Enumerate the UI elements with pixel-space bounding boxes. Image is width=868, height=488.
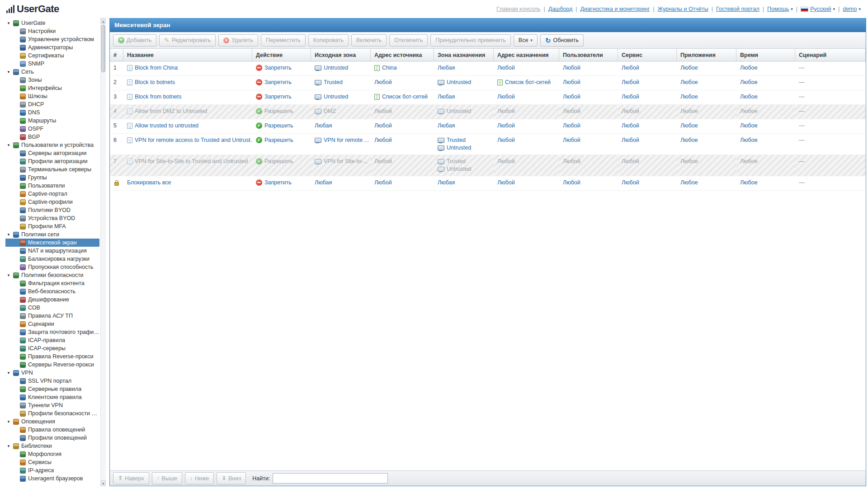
sidebar-item-captive-portal[interactable]: Captive-портал: [5, 190, 99, 198]
column-header-time[interactable]: Время: [736, 49, 795, 61]
dashboard-link[interactable]: Дашборд: [548, 6, 573, 12]
firewall-rule-row[interactable]: 1Block from ChinaЗапретитьUntrustedChina…: [110, 61, 866, 76]
firewall-rule-row[interactable]: 3Block from botnetsЗапретитьUntrustedСпи…: [110, 90, 866, 105]
sidebar-item-ssl-decryption[interactable]: Дешифрование: [5, 296, 99, 304]
copy-button[interactable]: Копировать: [308, 34, 349, 47]
sidebar-item-reverse-proxy-servers[interactable]: Серверы Reverse-прокси: [5, 361, 99, 369]
main-console-link[interactable]: Главная консоль: [496, 6, 540, 12]
caret-down-icon[interactable]: ▾: [859, 7, 861, 11]
refresh-button[interactable]: ↻Обновить: [540, 34, 584, 47]
scroll-up-arrow-icon[interactable]: ▲: [101, 18, 106, 24]
column-header-source-address[interactable]: Адрес источника: [371, 49, 434, 61]
sidebar-section-libraries[interactable]: ▾Библиотеки: [5, 442, 99, 450]
language-menu[interactable]: Русский: [810, 6, 831, 12]
column-header-applications[interactable]: Приложения: [677, 49, 736, 61]
sidebar-item-mfa-profiles[interactable]: Профили MFA: [5, 222, 99, 230]
firewall-rule-row[interactable]: 5Allow trusted to untrustedРазрешитьЛюба…: [110, 119, 866, 134]
sidebar-item-bgp[interactable]: BGP: [5, 133, 99, 141]
disable-button[interactable]: Отключить: [389, 34, 428, 47]
sidebar-item-byod-devices[interactable]: Устройства BYOD: [5, 214, 99, 222]
column-header-source-zone[interactable]: Исходная зона: [311, 49, 371, 61]
sidebar-item-reverse-proxy-rules[interactable]: Правила Reverse-прокси: [5, 352, 99, 361]
rule-name-link[interactable]: VPN for Site-to-Site to Trusted and Untr…: [135, 158, 248, 165]
sidebar-item-notification-rules[interactable]: Правила оповещений: [5, 426, 99, 434]
sidebar-item-administrators[interactable]: Администраторы: [5, 43, 99, 52]
sidebar-item-content-filtering[interactable]: Фильтрация контента: [5, 279, 99, 287]
sidebar-item-firewall[interactable]: Межсетевой экран: [5, 239, 99, 247]
sidebar-item-vpn-server-rules[interactable]: Серверные правила: [5, 385, 99, 393]
sidebar-item-groups[interactable]: Группы: [5, 174, 99, 182]
force-apply-button[interactable]: Принудительно применить: [430, 34, 511, 47]
sidebar-item-routes[interactable]: Маршруты: [5, 117, 99, 125]
move-down-button[interactable]: ↓Ниже: [185, 472, 214, 484]
sidebar-item-device-management[interactable]: Управление устройством: [5, 35, 99, 43]
sidebar-item-load-balancing[interactable]: Балансировка нагрузки: [5, 255, 99, 263]
logs-reports-link[interactable]: Журналы и Отчёты: [657, 6, 708, 12]
sidebar-item-web-security[interactable]: Веб-безопасность: [5, 287, 99, 296]
collapse-caret-icon[interactable]: ▾: [6, 21, 11, 25]
sidebar-section-usergate[interactable]: ▾UserGate: [5, 19, 99, 27]
sidebar-item-vpn-client-rules[interactable]: Клиентские правила: [5, 393, 99, 401]
diagnostics-monitoring-link[interactable]: Диагностика и мониторинг: [580, 6, 650, 12]
sidebar-item-nat-routing[interactable]: NAT и маршрутизация: [5, 247, 99, 255]
sidebar-item-auth-profiles[interactable]: Профили авторизации: [5, 157, 99, 165]
caret-down-icon[interactable]: ▾: [833, 7, 835, 11]
sidebar-item-vpn-security-profiles[interactable]: Профили безопасности VPN: [5, 409, 99, 418]
sidebar-item-ip-addresses[interactable]: IP-адреса: [5, 466, 99, 474]
sidebar-section-vpn[interactable]: ▾VPN: [5, 369, 99, 377]
column-header-number[interactable]: #: [110, 49, 123, 61]
firewall-rule-row[interactable]: 7VPN for Site-to-Site to Trusted and Unt…: [110, 155, 866, 176]
sidebar-item-byod-policies[interactable]: Политики BYOD: [5, 206, 99, 214]
sidebar-item-gateways[interactable]: Шлюзы: [5, 92, 99, 100]
sidebar-item-icap-rules[interactable]: ICAP-правила: [5, 336, 99, 344]
column-header-action[interactable]: Действие: [252, 49, 311, 61]
rule-name-link[interactable]: Block from botnets: [135, 93, 182, 100]
column-header-name[interactable]: Название: [123, 49, 252, 61]
sidebar-scrollbar[interactable]: ▲ ▼: [100, 18, 106, 486]
scrollbar-thumb[interactable]: [101, 25, 105, 72]
collapse-caret-icon[interactable]: ▾: [6, 232, 11, 237]
collapse-caret-icon[interactable]: ▾: [6, 444, 11, 448]
rule-name-link[interactable]: VPN for remote access to Trusted and Unt…: [135, 136, 252, 144]
column-header-service[interactable]: Сервис: [618, 49, 677, 61]
column-header-destination-zone[interactable]: Зона назначения: [434, 49, 494, 61]
sidebar-item-ospf[interactable]: OSPF: [5, 125, 99, 133]
enable-button[interactable]: Включить: [351, 34, 387, 47]
sidebar-item-bandwidth[interactable]: Пропускная способность: [5, 263, 99, 271]
sidebar-item-users[interactable]: Пользователи: [5, 182, 99, 190]
sidebar-item-icap-servers[interactable]: ICAP-серверы: [5, 344, 99, 352]
sidebar-item-ips[interactable]: СОВ: [5, 304, 99, 312]
sidebar-item-captive-profiles[interactable]: Captive-профили: [5, 198, 99, 206]
find-input[interactable]: [273, 473, 388, 483]
firewall-rule-row[interactable]: 4Allow from DMZ to UntrustedРазрешитьDMZ…: [110, 105, 866, 119]
sidebar-item-settings[interactable]: Настройки: [5, 27, 99, 35]
rule-name-link[interactable]: Block to botnets: [135, 79, 175, 86]
sidebar-item-vpn-tunnels[interactable]: Туннели VPN: [5, 401, 99, 409]
collapse-caret-icon[interactable]: ▾: [6, 371, 11, 375]
firewall-rule-row[interactable]: 2Block to botnetsЗапретитьTrustedЛюбойUn…: [110, 76, 866, 90]
sidebar-section-network[interactable]: ▾Сеть: [5, 68, 99, 76]
sidebar-item-terminal-servers[interactable]: Терминальные серверы: [5, 165, 99, 174]
user-menu[interactable]: demo: [843, 6, 857, 12]
move-top-button[interactable]: ⇑Наверх: [113, 472, 149, 484]
sidebar-section-network-policies[interactable]: ▾Политики сети: [5, 230, 99, 239]
sidebar-item-dns[interactable]: DNS: [5, 108, 99, 117]
sidebar-item-services[interactable]: Сервисы: [5, 458, 99, 466]
sidebar-section-security-policies[interactable]: ▾Политики безопасности: [5, 271, 99, 279]
guest-portal-link[interactable]: Гостевой портал: [716, 6, 760, 12]
firewall-rule-row[interactable]: Блокировать всеЗапретитьЛюбаяЛюбойЛюбаяЛ…: [110, 176, 866, 191]
rule-name-link[interactable]: Block from China: [135, 64, 178, 71]
sidebar-item-auth-servers[interactable]: Серверы авторизации: [5, 149, 99, 157]
collapse-caret-icon[interactable]: ▾: [6, 70, 11, 74]
move-up-button[interactable]: ↑Выше: [152, 472, 182, 484]
sidebar-item-zones[interactable]: Зоны: [5, 76, 99, 84]
column-header-scenario[interactable]: Сценарий: [795, 49, 866, 61]
rule-name-link[interactable]: Allow from DMZ to Untrusted: [135, 108, 207, 115]
help-menu[interactable]: Помощь: [767, 6, 789, 12]
rule-name-link[interactable]: Allow trusted to untrusted: [135, 122, 198, 129]
move-button[interactable]: Переместить: [261, 34, 306, 47]
sidebar-item-morphology[interactable]: Морфология: [5, 450, 99, 458]
add-button[interactable]: +Добавить: [113, 34, 156, 47]
firewall-rule-row[interactable]: 6VPN for remote access to Trusted and Un…: [110, 134, 866, 155]
collapse-caret-icon[interactable]: ▾: [6, 273, 11, 277]
